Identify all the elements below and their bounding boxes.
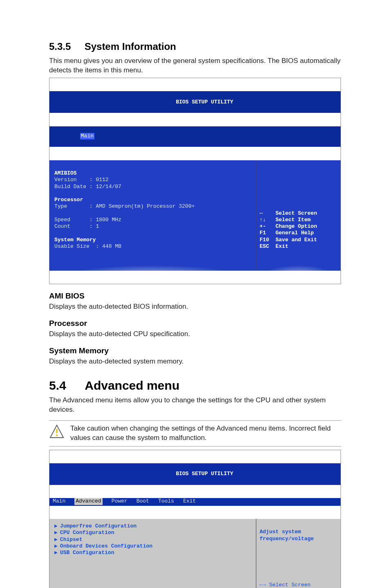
- tab-advanced[interactable]: Advanced: [74, 498, 102, 505]
- help-k6: ESC: [260, 243, 269, 249]
- triangle-icon: ▶: [54, 543, 58, 549]
- menu-item-onboard[interactable]: ▶Onboard Devices Configuration: [54, 543, 251, 550]
- svg-rect-1: [56, 429, 58, 433]
- bios1-curve-glare: [49, 260, 256, 271]
- type-label: Type: [54, 203, 67, 209]
- bios1-help: ↔ Select Screen ↑↓ Select Item +- Change…: [256, 160, 341, 271]
- tab-exit[interactable]: Exit: [183, 498, 196, 505]
- bios1-body: AMIBIOS Version : 0112 Build Date : 12/1…: [49, 160, 341, 271]
- help-k5: F10: [260, 237, 269, 243]
- hint1: Adjust system: [260, 529, 301, 535]
- bios2-tabbar: Main Advanced Power Boot Tools Exit: [49, 498, 341, 505]
- bios2-body: ▶Jumperfree Configuration ▶CPU Configura…: [49, 519, 341, 588]
- section-54-heading: 5.4 Advanced menu: [49, 379, 341, 393]
- bios2-help: Adjust system frequency/voltage ←→ Selec…: [256, 519, 341, 588]
- usable-label: Usable Size: [54, 243, 90, 249]
- triangle-icon: ▶: [54, 536, 58, 543]
- usable-value: : 448 MB: [96, 243, 121, 249]
- ami-bios-text: Displays the auto-detected BIOS informat…: [49, 302, 341, 312]
- hint2: frequency/voltage: [260, 536, 314, 542]
- bios1-left: AMIBIOS Version : 0112 Build Date : 12/1…: [49, 160, 256, 271]
- help-k4: F1: [260, 230, 266, 236]
- type-value: : AMD Sempron(tm) Processor 3200+: [90, 203, 195, 209]
- bios1-tab-main[interactable]: Main: [80, 133, 94, 139]
- h2-v1: Select Screen: [269, 582, 310, 588]
- menu-item-cpu[interactable]: ▶CPU Configuration: [54, 530, 251, 536]
- sysmem-label: System Memory: [54, 237, 96, 243]
- menu-i4: Onboard Devices Configuration: [60, 543, 152, 549]
- h2-k1: ←→: [260, 582, 266, 588]
- tab-tools[interactable]: Tools: [158, 498, 174, 505]
- help-v4: General Help: [276, 230, 314, 236]
- version-value: : 0112: [90, 177, 109, 183]
- triangle-icon: ▶: [54, 550, 58, 556]
- menu-i1: Jumperfree Configuration: [60, 523, 137, 529]
- help-k3: +-: [260, 223, 266, 229]
- help-v6: Exit: [276, 243, 288, 249]
- processor-heading: Processor: [49, 319, 341, 328]
- tab-boot[interactable]: Boot: [137, 498, 149, 505]
- processor-label: Processor: [54, 197, 83, 203]
- section-535-intro: This menu gives you an overview of the g…: [49, 56, 341, 75]
- count-value: : 1: [90, 223, 99, 229]
- help-v2: Select Item: [276, 217, 311, 223]
- section-535-number: 5.3.5: [49, 41, 82, 52]
- menu-i2: CPU Configuration: [60, 530, 114, 536]
- section-535-title: System Information: [85, 41, 176, 52]
- help-k2: ↑↓: [260, 217, 266, 223]
- bios1-titlebar: BIOS SETUP UTILITY: [49, 91, 341, 113]
- triangle-icon: ▶: [54, 530, 58, 536]
- help-v5: Save and Exit: [276, 237, 317, 243]
- speed-label: Speed: [54, 217, 70, 223]
- menu-item-jumperfree[interactable]: ▶Jumperfree Configuration: [54, 523, 251, 530]
- builddate-value: : 12/14/07: [90, 184, 121, 190]
- speed-value: : 1800 MHz: [90, 217, 121, 223]
- tab-power[interactable]: Power: [112, 498, 128, 505]
- section-535-heading: 5.3.5 System Information: [49, 41, 341, 52]
- builddate-label: Build Date: [54, 184, 86, 190]
- bios2-title: BIOS SETUP UTILITY: [176, 471, 233, 477]
- bios1-tabrow: Main: [49, 126, 341, 147]
- menu-i3: Chipset: [60, 536, 83, 543]
- bios-sysinfo-panel: BIOS SETUP UTILITY Main AMIBIOS Version …: [49, 78, 341, 284]
- caution-note: Take caution when changing the settings …: [49, 420, 341, 447]
- sysmem-heading: System Memory: [49, 346, 341, 355]
- amibios-label: AMIBIOS: [54, 170, 77, 176]
- triangle-icon: ▶: [54, 523, 58, 529]
- menu-item-chipset[interactable]: ▶Chipset: [54, 536, 251, 543]
- menu-item-usb[interactable]: ▶USB Configuration: [54, 550, 251, 556]
- section-54-number: 5.4: [49, 379, 82, 393]
- bios1-title: BIOS SETUP UTILITY: [176, 99, 233, 105]
- help-v1: Select Screen: [276, 210, 317, 216]
- section-54-intro: The Advanced menu items allow you to cha…: [49, 396, 341, 415]
- svg-point-2: [56, 434, 58, 436]
- bios2-titlebar: BIOS SETUP UTILITY: [49, 463, 341, 485]
- ami-bios-heading: AMI BIOS: [49, 292, 341, 301]
- bios1-curve-glare-r: [256, 260, 341, 271]
- warning-icon: [49, 424, 65, 441]
- processor-text: Displays the auto-detected CPU specifica…: [49, 330, 341, 339]
- help-k1: ↔: [260, 210, 263, 216]
- bios2-left: ▶Jumperfree Configuration ▶CPU Configura…: [49, 519, 256, 588]
- menu-i5: USB Configuration: [60, 550, 114, 556]
- help-v3: Change Option: [276, 223, 317, 229]
- tab-main[interactable]: Main: [53, 498, 65, 505]
- page: 5.3.5 System Information This menu gives…: [0, 0, 390, 588]
- sysmem-text: Displays the auto-detected system memory…: [49, 357, 341, 366]
- version-label: Version: [54, 177, 77, 183]
- caution-text: Take caution when changing the settings …: [70, 424, 341, 443]
- bios-advanced-panel: BIOS SETUP UTILITY Main Advanced Power B…: [49, 450, 341, 588]
- section-54-title: Advanced menu: [85, 379, 179, 392]
- count-label: Count: [54, 223, 70, 229]
